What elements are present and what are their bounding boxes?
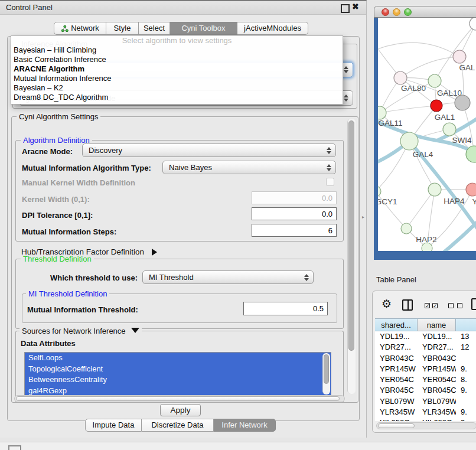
network-node-gal1[interactable] (431, 100, 442, 112)
mac-zoom-icon[interactable] (404, 8, 412, 16)
attribute-item-topologicalcoefficient[interactable]: TopologicalCoefficient (25, 364, 331, 375)
cyni-algorithm-settings-legend: Cyni Algorithm Settings (17, 112, 100, 121)
attribute-item-betweennesscentrality[interactable]: BetweennessCentrality (25, 374, 331, 386)
tab-network[interactable]: Network (54, 22, 106, 35)
close-panel-button[interactable]: ✖ (352, 2, 359, 11)
network-node-gal4[interactable] (400, 132, 418, 150)
network-node-hap2[interactable] (401, 223, 412, 234)
mi-algorithm-type-combo[interactable]: Naive Bayes (162, 161, 336, 174)
unchecked-box-icon[interactable] (457, 303, 462, 308)
data-attributes-list[interactable]: SelfLoopsTopologicalCoefficientBetweenne… (24, 352, 331, 396)
kernel-width-label: Kernel Width (0,1): (22, 195, 90, 204)
settings-vscrollbar-thumb[interactable] (348, 120, 354, 351)
page-icon[interactable] (471, 298, 476, 310)
table-row[interactable]: YBR045CYBR045C9. (375, 385, 476, 396)
kernel-width-field[interactable] (252, 191, 337, 204)
column-header-shared[interactable]: shared... (375, 318, 418, 331)
unchecked-box-icon[interactable] (448, 303, 454, 308)
split-columns-icon[interactable] (402, 299, 413, 311)
gear-icon[interactable]: ⚙ (382, 297, 392, 311)
mac-close-icon[interactable] (382, 8, 389, 16)
network-edge[interactable] (406, 190, 435, 229)
algorithm-option-bayesian-k2[interactable]: Bayesian – K2 (11, 83, 343, 93)
network-node-gal[interactable] (453, 50, 466, 63)
node-label-hap4: HAP4 (444, 197, 465, 206)
control-panel: Control Panel ✖ NetworkStyleSelectCyni T… (0, 0, 367, 438)
algorithm-option-bayesian-hill-climbing[interactable]: Bayesian – Hill Climbing (11, 45, 343, 55)
network-node-gal10[interactable] (428, 74, 441, 87)
tab-impute-data[interactable]: Impute Data (85, 419, 142, 432)
network-node[interactable] (455, 95, 470, 110)
checked-box-icon[interactable]: ✓ (425, 303, 430, 308)
tab-label: Infer Network (221, 419, 267, 432)
table-cell: YDR27... (375, 342, 418, 353)
table-row[interactable]: YDL19...YDL19...13 (375, 331, 476, 342)
network-edge[interactable] (400, 57, 459, 78)
network-graph[interactable]: GALGAL80GAL10GAL1GAL11GAL4SWI4GCY1HAP4YH… (378, 18, 476, 251)
node-attribute-table: shared...name YDL19...YDL19...13YDR27...… (375, 318, 476, 428)
sources-group: Sources for Network Inference Data Attri… (15, 331, 344, 403)
float-window-button[interactable] (341, 4, 350, 13)
network-canvas[interactable]: GALGAL80GAL10GAL1GAL11GAL4SWI4GCY1HAP4YH… (378, 18, 476, 251)
tab-style[interactable]: Style (106, 22, 139, 35)
network-node[interactable] (422, 243, 432, 251)
table-row[interactable]: YPR145WYPR145W9. (375, 364, 476, 374)
data-attributes-label: Data Attributes (21, 339, 76, 348)
tab-jactivemnodules[interactable]: jActiveMNodules (237, 22, 308, 35)
network-edge[interactable] (378, 43, 459, 57)
tab-label: Network (71, 22, 99, 35)
expander-collapsed-icon (152, 249, 157, 256)
network-node-y[interactable] (466, 183, 476, 196)
mac-minimize-icon[interactable] (393, 8, 400, 16)
table-row[interactable]: YBR043CYBR043C (375, 353, 476, 364)
tab-discretize-data[interactable]: Discretize Data (142, 419, 214, 432)
network-node-hap4[interactable] (428, 183, 441, 196)
splitter-collapse-handle[interactable]: ▸ (362, 214, 366, 220)
table-row[interactable]: YBL079WYBL079W (375, 396, 476, 407)
mi-threshold-field[interactable] (243, 302, 328, 315)
tab-cyni-toolbox[interactable]: Cyni Toolbox (170, 22, 237, 35)
column-header-name[interactable]: name (418, 318, 456, 331)
settings-vscrollbar[interactable] (347, 119, 356, 394)
mi-steps-field[interactable] (252, 224, 337, 237)
algorithm-dropdown-prompt: Select algorithm to view settings (11, 36, 343, 45)
network-edge-thick[interactable] (442, 220, 476, 251)
table-hscrollbar-thumb[interactable] (378, 423, 415, 428)
table-cell: 12 (456, 342, 476, 353)
tab-infer-network[interactable]: Infer Network (214, 419, 276, 432)
node-label-gal80: GAL80 (401, 84, 426, 93)
tab-select[interactable]: Select (139, 22, 170, 35)
table-row[interactable]: YER054CYER054C8. (375, 374, 476, 385)
algorithm-option-aracne-algorithm[interactable]: ARACNE Algorithm (11, 64, 343, 74)
checked-box-icon[interactable]: ✓ (432, 303, 438, 308)
network-node-swi4[interactable] (443, 123, 456, 136)
network-node[interactable] (470, 18, 476, 30)
table-cell: 9. (456, 364, 476, 374)
aracne-mode-label: Aracne Mode: (22, 147, 73, 156)
apply-button[interactable]: Apply (160, 404, 201, 416)
table-row[interactable]: YLR345WYLR345W9. (375, 407, 476, 418)
column-header-col2[interactable] (456, 318, 476, 331)
algorithm-option-dream8-dc-tdc-algorithm[interactable]: Dream8 DC_TDC Algorithm (11, 93, 343, 102)
settings-hscrollbar-thumb[interactable] (16, 396, 340, 401)
table-row[interactable]: YDR27...YDR27...12 (375, 342, 476, 353)
expander-expanded-icon[interactable] (131, 328, 139, 333)
which-threshold-combo[interactable]: MI Threshold (142, 270, 314, 284)
network-window-titlebar[interactable] (374, 6, 476, 18)
settings-hscrollbar[interactable] (14, 395, 345, 402)
table-hscrollbar[interactable] (376, 422, 476, 429)
attributes-vscrollbar[interactable] (322, 353, 330, 394)
floating-grip[interactable] (8, 445, 21, 450)
algorithm-option-mutual-information-inference[interactable]: Mutual Information Inference (11, 74, 343, 83)
table-row[interactable]: YIL052CYIL052C9. (375, 418, 476, 421)
aracne-mode-combo[interactable]: Discovery (82, 144, 336, 157)
dpi-tolerance-field[interactable] (252, 207, 337, 220)
network-node-gcy1[interactable] (378, 186, 381, 197)
network-view-window: GALGAL80GAL10GAL1GAL11GAL4SWI4GCY1HAP4YH… (374, 6, 476, 260)
attribute-item-selfloops[interactable]: SelfLoops (25, 353, 331, 364)
manual-kernel-width-checkbox[interactable] (326, 178, 334, 186)
attributes-vscrollbar-thumb[interactable] (324, 354, 329, 384)
network-node-gal80[interactable] (394, 71, 407, 84)
algorithm-option-basic-correlation-inference[interactable]: Basic Correlation Inference (11, 55, 343, 64)
attribute-item-gal4rgexp[interactable]: gal4RGexp (25, 386, 331, 396)
